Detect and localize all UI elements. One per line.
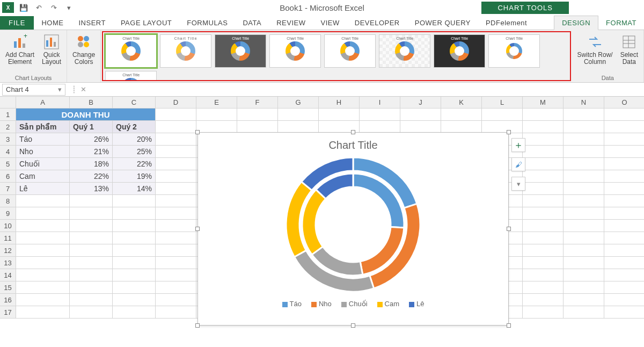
col-header-B[interactable]: B: [70, 97, 113, 109]
chart-styles-button[interactable]: 🖌: [511, 157, 525, 171]
row-header[interactable]: 1: [0, 109, 16, 121]
row-header[interactable]: 8: [0, 195, 16, 207]
tab-power-query[interactable]: POWER QUERY: [407, 16, 478, 30]
row-header[interactable]: 9: [0, 207, 16, 220]
tab-home[interactable]: HOME: [34, 16, 71, 30]
chart-style-2[interactable]: Chart Title: [160, 34, 211, 68]
table-cell[interactable]: 13%: [70, 183, 113, 195]
row-header[interactable]: 3: [0, 133, 16, 146]
plus-icon: ＋: [514, 139, 523, 151]
row-header[interactable]: 5: [0, 158, 16, 170]
row-header[interactable]: 11: [0, 232, 16, 244]
tab-format[interactable]: FORMAT: [598, 16, 644, 30]
quick-layout-button[interactable]: Quick Layout: [40, 32, 63, 67]
table-cell[interactable]: Chuối: [16, 158, 70, 170]
doughnut-chart[interactable]: [278, 155, 428, 294]
table-cell[interactable]: Cam: [16, 170, 70, 183]
col-header-H[interactable]: H: [319, 97, 360, 109]
chart-style-7[interactable]: Chart Title: [434, 34, 485, 68]
table-header-q1[interactable]: Quý 1: [70, 121, 113, 133]
table-cell[interactable]: 26%: [70, 133, 113, 146]
table-header-product[interactable]: Sản phẩm: [16, 121, 70, 133]
legend-item: Cam: [377, 300, 399, 308]
table-cell[interactable]: 18%: [70, 158, 113, 170]
col-header-M[interactable]: M: [523, 97, 564, 109]
change-colors-button[interactable]: Change Colors: [70, 32, 97, 67]
worksheet[interactable]: A B C D E F G H I J K L M N O 1234567891…: [0, 97, 644, 347]
table-cell[interactable]: Táo: [16, 133, 70, 146]
chart-style-5[interactable]: Chart Title: [324, 34, 376, 68]
table-cell[interactable]: 21%: [70, 146, 113, 158]
table-cell[interactable]: 22%: [70, 170, 113, 183]
select-data-button[interactable]: Select Data: [618, 32, 640, 67]
col-header-O[interactable]: O: [604, 97, 644, 109]
table-cell[interactable]: 22%: [113, 158, 156, 170]
tab-formulas[interactable]: FORMULAS: [179, 16, 235, 30]
col-header-I[interactable]: I: [360, 97, 400, 109]
tab-insert[interactable]: INSERT: [71, 16, 113, 30]
add-chart-element-button[interactable]: + Add Chart Element: [3, 32, 36, 67]
chart-style-9[interactable]: Chart Title: [105, 71, 157, 81]
table-cell[interactable]: 25%: [113, 146, 156, 158]
chart-filters-button[interactable]: ▾: [511, 177, 525, 191]
select-all-corner[interactable]: [0, 97, 16, 109]
table-title-cell[interactable]: DOANH THU: [16, 109, 156, 121]
chart-plot-area[interactable]: [198, 155, 508, 294]
tab-design[interactable]: DESIGN: [554, 16, 598, 30]
undo-icon[interactable]: ↶: [33, 2, 44, 13]
row-header[interactable]: 10: [0, 220, 16, 232]
chart-elements-button[interactable]: ＋: [511, 138, 525, 152]
tab-data[interactable]: DATA: [235, 16, 269, 30]
row-header[interactable]: 13: [0, 257, 16, 269]
name-box-value: Chart 4: [6, 85, 29, 93]
chart-style-3[interactable]: Chart Title: [215, 34, 266, 68]
chart-legend[interactable]: Táo Nho Chuối Cam Lê: [198, 294, 508, 311]
col-header-L[interactable]: L: [482, 97, 523, 109]
tab-view[interactable]: VIEW: [313, 16, 347, 30]
tab-review[interactable]: REVIEW: [269, 16, 313, 30]
chart-style-8[interactable]: Chart Title: [488, 34, 540, 68]
row-header[interactable]: 17: [0, 306, 16, 319]
row-header[interactable]: 7: [0, 183, 16, 195]
table-cell[interactable]: Lê: [16, 183, 70, 195]
col-header-G[interactable]: G: [278, 97, 319, 109]
col-header-K[interactable]: K: [441, 97, 482, 109]
tab-page-layout[interactable]: PAGE LAYOUT: [113, 16, 179, 30]
row-header[interactable]: 4: [0, 146, 16, 158]
col-header-A[interactable]: A: [16, 97, 70, 109]
chart-title[interactable]: Chart Title: [198, 133, 508, 155]
tab-developer[interactable]: DEVELOPER: [347, 16, 407, 30]
row-header[interactable]: 6: [0, 170, 16, 183]
redo-icon[interactable]: ↷: [48, 2, 59, 13]
col-header-F[interactable]: F: [237, 97, 278, 109]
name-box[interactable]: Chart 4 ▾: [2, 84, 65, 96]
row-header[interactable]: 12: [0, 244, 16, 257]
chart-style-4[interactable]: Chart Title: [269, 34, 321, 68]
cancel-icon[interactable]: ✕: [80, 85, 86, 93]
cell-grid[interactable]: DOANH THU Sản phẩm Quý 1 Quý 2 Táo26%20%…: [16, 109, 644, 347]
save-icon[interactable]: 💾: [18, 2, 29, 13]
col-header-N[interactable]: N: [564, 97, 604, 109]
switch-row-column-button[interactable]: Switch Row/ Column: [575, 32, 615, 67]
tab-file[interactable]: FILE: [0, 16, 34, 30]
table-header-q2[interactable]: Quý 2: [113, 121, 156, 133]
col-header-E[interactable]: E: [196, 97, 237, 109]
row-header[interactable]: 14: [0, 269, 16, 281]
chart-style-1[interactable]: Chart Title: [105, 34, 157, 68]
chart-styles-gallery[interactable]: Chart Title Chart Title Chart Title Char…: [102, 31, 571, 81]
qat-chevron-down-icon[interactable]: ▾: [63, 2, 74, 13]
table-cell[interactable]: 20%: [113, 133, 156, 146]
row-header[interactable]: 15: [0, 281, 16, 294]
chevron-down-icon[interactable]: ▾: [58, 85, 62, 93]
row-header[interactable]: 2: [0, 121, 16, 133]
col-header-J[interactable]: J: [400, 97, 441, 109]
col-header-D[interactable]: D: [156, 97, 196, 109]
row-header[interactable]: 16: [0, 294, 16, 306]
table-cell[interactable]: Nho: [16, 146, 70, 158]
tab-pdfelement[interactable]: PDFelement: [478, 16, 535, 30]
col-header-C[interactable]: C: [113, 97, 156, 109]
table-cell[interactable]: 19%: [113, 170, 156, 183]
table-cell[interactable]: 14%: [113, 183, 156, 195]
chart-style-6[interactable]: Chart Title: [379, 34, 430, 68]
chart-object[interactable]: Chart Title Táo Nho Chuối Cam Lê ＋ 🖌: [197, 132, 509, 326]
